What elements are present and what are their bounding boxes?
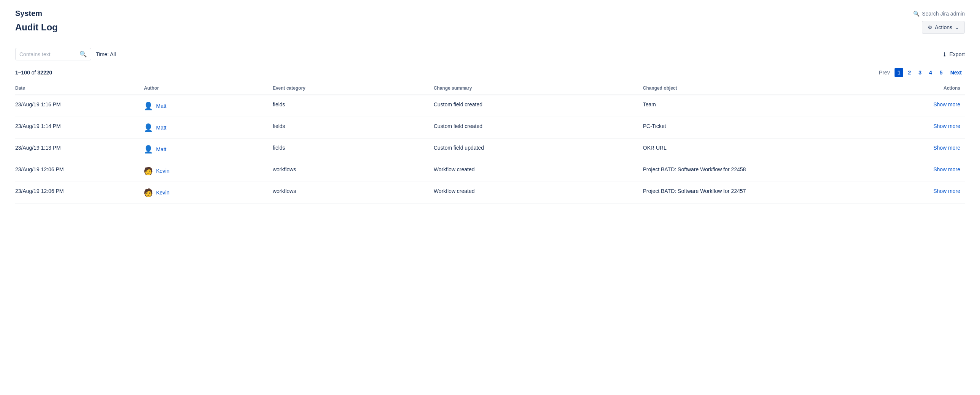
cell-author: 👤Matt: [144, 95, 273, 117]
results-range: 1–100: [15, 70, 30, 76]
col-header-changed-object: Changed object: [643, 82, 868, 95]
author-link[interactable]: Matt: [156, 103, 166, 109]
prev-button[interactable]: Prev: [876, 68, 893, 77]
cell-event-category: fields: [273, 117, 434, 139]
show-more-button[interactable]: Show more: [933, 145, 960, 151]
results-count: 1–100 of 32220: [15, 70, 52, 76]
results-of: of: [32, 70, 36, 76]
page-5[interactable]: 5: [937, 68, 946, 77]
table-row: 23/Aug/19 1:13 PM👤MattfieldsCustom field…: [15, 139, 965, 160]
cell-change-summary: Custom field created: [434, 117, 643, 139]
cell-author: 👤Matt: [144, 139, 273, 160]
col-header-event-category: Event category: [273, 82, 434, 95]
cell-event-category: fields: [273, 95, 434, 117]
author-link[interactable]: Kevin: [156, 168, 169, 174]
cell-changed-object: Project BATD: Software Workflow for 2245…: [643, 182, 868, 204]
cell-change-summary: Custom field created: [434, 95, 643, 117]
cell-actions: Show more: [868, 117, 965, 139]
cell-date: 23/Aug/19 1:13 PM: [15, 139, 144, 160]
cell-event-category: workflows: [273, 182, 434, 204]
cell-changed-object: Project BATD: Software Workflow for 2245…: [643, 160, 868, 182]
export-button[interactable]: ⭳ Export: [942, 51, 965, 57]
chevron-down-icon: ⌄: [955, 24, 959, 30]
table-row: 23/Aug/19 12:06 PM🧑KevinworkflowsWorkflo…: [15, 182, 965, 204]
pagination: Prev 1 2 3 4 5 Next: [876, 68, 965, 77]
avatar: 👤: [144, 145, 153, 154]
cell-actions: Show more: [868, 139, 965, 160]
show-more-button[interactable]: Show more: [933, 188, 960, 194]
system-title: System: [15, 9, 42, 18]
export-icon: ⭳: [942, 51, 947, 57]
gear-icon: ⚙: [928, 24, 932, 30]
cell-change-summary: Custom field updated: [434, 139, 643, 160]
export-label: Export: [950, 51, 965, 57]
next-button[interactable]: Next: [947, 68, 965, 77]
col-header-author: Author: [144, 82, 273, 95]
time-filter[interactable]: Time: All: [96, 51, 116, 57]
table-row: 23/Aug/19 12:06 PM🧑KevinworkflowsWorkflo…: [15, 160, 965, 182]
search-input-wrapper: 🔍: [15, 48, 91, 61]
page-title: Audit Log: [15, 22, 58, 33]
page-1[interactable]: 1: [894, 68, 904, 77]
table-header-row: Date Author Event category Change summar…: [15, 82, 965, 95]
avatar: 👤: [144, 101, 153, 110]
cell-event-category: fields: [273, 139, 434, 160]
search-icon: 🔍: [913, 11, 920, 17]
results-total: 32220: [37, 70, 52, 76]
search-icon[interactable]: 🔍: [80, 51, 87, 58]
page-4[interactable]: 4: [926, 68, 935, 77]
cell-date: 23/Aug/19 1:14 PM: [15, 117, 144, 139]
cell-changed-object: Team: [643, 95, 868, 117]
col-header-date: Date: [15, 82, 144, 95]
avatar: 🧑: [144, 188, 153, 197]
cell-change-summary: Workflow created: [434, 160, 643, 182]
audit-log-table: Date Author Event category Change summar…: [15, 82, 965, 204]
cell-date: 23/Aug/19 1:16 PM: [15, 95, 144, 117]
cell-author: 👤Matt: [144, 117, 273, 139]
cell-actions: Show more: [868, 182, 965, 204]
author-link[interactable]: Matt: [156, 124, 166, 131]
page-3[interactable]: 3: [915, 68, 924, 77]
avatar: 🧑: [144, 166, 153, 175]
show-more-button[interactable]: Show more: [933, 166, 960, 172]
cell-changed-object: OKR URL: [643, 139, 868, 160]
cell-actions: Show more: [868, 160, 965, 182]
cell-author: 🧑Kevin: [144, 182, 273, 204]
cell-author: 🧑Kevin: [144, 160, 273, 182]
avatar: 👤: [144, 123, 153, 132]
table-row: 23/Aug/19 1:16 PM👤MattfieldsCustom field…: [15, 95, 965, 117]
col-header-actions: Actions: [868, 82, 965, 95]
author-link[interactable]: Matt: [156, 146, 166, 152]
show-more-button[interactable]: Show more: [933, 101, 960, 107]
cell-changed-object: PC-Ticket: [643, 117, 868, 139]
author-link[interactable]: Kevin: [156, 190, 169, 196]
search-jira-admin[interactable]: 🔍 Search Jira admin: [913, 11, 965, 17]
cell-event-category: workflows: [273, 160, 434, 182]
search-input[interactable]: [19, 51, 80, 57]
col-header-change-summary: Change summary: [434, 82, 643, 95]
show-more-button[interactable]: Show more: [933, 123, 960, 129]
cell-change-summary: Workflow created: [434, 182, 643, 204]
page-2[interactable]: 2: [905, 68, 914, 77]
cell-actions: Show more: [868, 95, 965, 117]
search-jira-label: Search Jira admin: [922, 11, 965, 17]
actions-button[interactable]: ⚙ Actions ⌄: [922, 21, 965, 34]
table-row: 23/Aug/19 1:14 PM👤MattfieldsCustom field…: [15, 117, 965, 139]
cell-date: 23/Aug/19 12:06 PM: [15, 160, 144, 182]
cell-date: 23/Aug/19 12:06 PM: [15, 182, 144, 204]
actions-label: Actions: [935, 24, 952, 30]
